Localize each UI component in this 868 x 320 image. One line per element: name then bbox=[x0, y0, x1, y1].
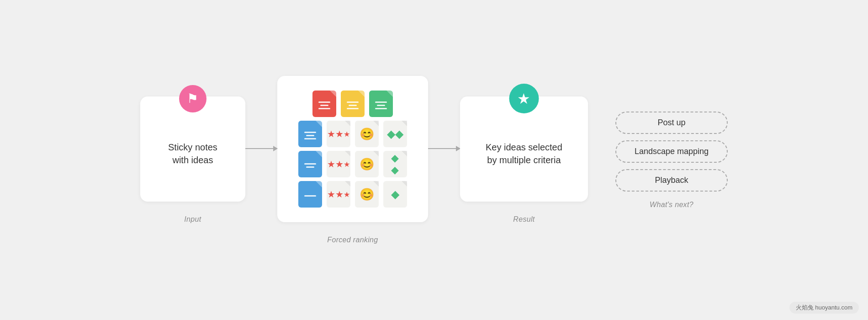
doc-blue-2 bbox=[298, 151, 322, 177]
star-icon-2: ★★★ bbox=[327, 151, 350, 177]
next-option-landscape: Landscape mapping bbox=[615, 140, 728, 163]
doc-yellow bbox=[341, 91, 365, 117]
star-badge-icon: ★ bbox=[517, 91, 530, 106]
result-label: Result bbox=[513, 215, 535, 224]
doc-line2 bbox=[375, 108, 386, 109]
flag-icon: ⚑ bbox=[187, 92, 198, 105]
doc-line-short bbox=[349, 105, 357, 106]
whats-next-label: What's next? bbox=[650, 201, 693, 209]
grid-row-3: ★★★ 😊 ◆ bbox=[298, 181, 407, 208]
result-text: Key ideas selectedby multiple criteria bbox=[486, 141, 562, 166]
arrow-line-1 bbox=[245, 148, 277, 149]
watermark: 火焰兔 huoyantu.com bbox=[789, 302, 859, 314]
doc-line bbox=[318, 101, 330, 103]
star-circle: ★ bbox=[509, 84, 539, 113]
flag-circle: ⚑ bbox=[179, 85, 206, 112]
diamond-icon-3: ◆ bbox=[383, 181, 407, 208]
top-doc-row bbox=[312, 91, 393, 117]
main-container: ⚑ Sticky noteswith ideas Input bbox=[0, 0, 868, 320]
watermark-text: 火焰兔 huoyantu.com bbox=[796, 304, 852, 311]
step-ranking: ★★★ 😊 ◆◆ ★★★ 😊 bbox=[277, 76, 428, 244]
doc-line-short bbox=[377, 105, 385, 106]
ranking-label: Forced ranking bbox=[327, 236, 378, 244]
input-label: Input bbox=[184, 215, 201, 224]
doc-line bbox=[375, 101, 386, 103]
doc-line bbox=[347, 101, 358, 103]
smiley-icon-2: 😊 bbox=[355, 151, 379, 177]
doc-line bbox=[304, 195, 316, 197]
step-input: ⚑ Sticky noteswith ideas Input bbox=[140, 96, 245, 224]
ranking-box: ★★★ 😊 ◆◆ ★★★ 😊 bbox=[277, 76, 428, 222]
next-option-postup: Post up bbox=[615, 112, 728, 134]
diamond-icon-1: ◆◆ bbox=[383, 121, 407, 147]
doc-line-short bbox=[306, 166, 314, 168]
doc-line2 bbox=[318, 108, 330, 109]
doc-line-short bbox=[320, 105, 328, 106]
doc-blue-3 bbox=[298, 181, 322, 208]
doc-line-short bbox=[306, 135, 314, 136]
grid-row-1: ★★★ 😊 ◆◆ bbox=[298, 121, 407, 147]
doc-line bbox=[304, 163, 316, 165]
diamond-icon-2: ◆◆ bbox=[383, 151, 407, 177]
star-icon-3: ★★★ bbox=[327, 181, 350, 208]
smiley-icon-3: 😊 bbox=[355, 181, 379, 208]
input-box: ⚑ Sticky noteswith ideas bbox=[140, 96, 245, 202]
next-option-playback: Playback bbox=[615, 169, 728, 192]
result-box: ★ Key ideas selectedby multiple criteria bbox=[460, 96, 588, 202]
smiley-icon-1: 😊 bbox=[355, 121, 379, 147]
input-text: Sticky noteswith ideas bbox=[168, 141, 217, 166]
doc-blue-1 bbox=[298, 121, 322, 147]
arrow-2 bbox=[428, 148, 460, 149]
grid-rows: ★★★ 😊 ◆◆ ★★★ 😊 bbox=[298, 121, 407, 208]
doc-green bbox=[369, 91, 393, 117]
arrow-1 bbox=[245, 148, 277, 149]
doc-line bbox=[304, 132, 316, 133]
doc-line2 bbox=[304, 138, 316, 139]
star-icon-1: ★★★ bbox=[327, 121, 350, 147]
step-whats-next: Post up Landscape mapping Playback What'… bbox=[615, 112, 728, 209]
doc-line2 bbox=[347, 108, 358, 109]
step-result: ★ Key ideas selectedby multiple criteria… bbox=[460, 96, 588, 224]
grid-row-2: ★★★ 😊 ◆◆ bbox=[298, 151, 407, 177]
doc-red bbox=[312, 91, 336, 117]
next-options: Post up Landscape mapping Playback bbox=[615, 112, 728, 192]
arrow-line-2 bbox=[428, 148, 460, 149]
